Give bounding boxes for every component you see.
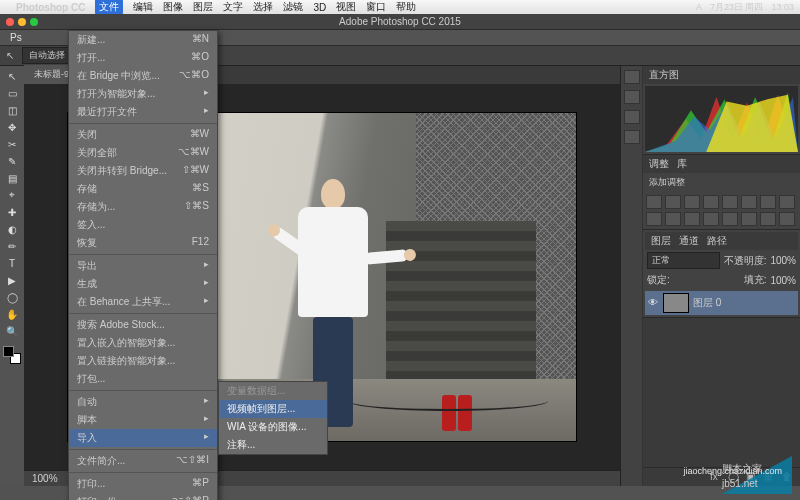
marquee-tool[interactable]: ▭ [2, 85, 22, 101]
adjustment-icon[interactable] [779, 195, 795, 209]
minimize-icon[interactable] [18, 18, 26, 26]
mac-menu-3d[interactable]: 3D [313, 2, 326, 13]
adjustment-icon[interactable] [703, 195, 719, 209]
app-name[interactable]: Photoshop CC [16, 2, 85, 13]
visibility-icon[interactable]: 👁 [647, 297, 659, 309]
pen-tool[interactable]: ✏ [2, 238, 22, 254]
menu-item[interactable]: 在 Bridge 中浏览...⌥⌘O [69, 67, 217, 85]
menu-item[interactable]: 打印...⌘P [69, 475, 217, 493]
panel-icon[interactable] [624, 90, 640, 104]
menu-item[interactable]: 打开为智能对象... [69, 85, 217, 103]
time-label: 13:03 [771, 2, 794, 12]
submenu-item: 变量数据组... [219, 382, 327, 400]
eyedropper-tool[interactable]: ✎ [2, 153, 22, 169]
menu-item[interactable]: 打印一份⌥⇧⌘P [69, 493, 217, 500]
menu-item[interactable]: 新建...⌘N [69, 31, 217, 49]
toolbox: ↖ ▭ ◫ ✥ ✂ ✎ ▤ ⌖ ✚ ◐ ✏ T ▶ ◯ ✋ 🔍 [0, 66, 24, 486]
libraries-tab[interactable]: 库 [677, 157, 687, 171]
gradient-tool[interactable]: ◐ [2, 221, 22, 237]
menu-item[interactable]: 关闭并转到 Bridge...⇧⌘W [69, 162, 217, 180]
submenu-item[interactable]: WIA 设备的图像... [219, 418, 327, 436]
menu-item[interactable]: 导入 [69, 429, 217, 447]
color-swatch[interactable] [2, 344, 22, 366]
submenu-item[interactable]: 注释... [219, 436, 327, 454]
adjustment-icon[interactable] [760, 195, 776, 209]
mac-menu-filter[interactable]: 滤镜 [283, 0, 303, 14]
menu-item[interactable]: 关闭全部⌥⌘W [69, 144, 217, 162]
mac-menu-type[interactable]: 文字 [223, 0, 243, 14]
shape-tool[interactable]: ◯ [2, 289, 22, 305]
menu-item[interactable]: 关闭⌘W [69, 126, 217, 144]
layers-tab[interactable]: 图层 [651, 234, 671, 248]
opacity-value[interactable]: 100% [770, 255, 796, 266]
adjustment-icon[interactable] [722, 195, 738, 209]
zoom-level[interactable]: 100% [32, 473, 58, 484]
zoom-icon[interactable] [30, 18, 38, 26]
adjustment-icon[interactable] [741, 212, 757, 226]
mac-menu-window[interactable]: 窗口 [366, 0, 386, 14]
menu-item[interactable]: 存储为...⇧⌘S [69, 198, 217, 216]
menu-item[interactable]: 置入嵌入的智能对象... [69, 334, 217, 352]
ps-logo-icon[interactable]: Ps [4, 30, 28, 45]
crop-tool[interactable]: ✂ [2, 136, 22, 152]
menu-item[interactable]: 生成 [69, 275, 217, 293]
menu-item[interactable]: 最近打开文件 [69, 103, 217, 121]
mac-menu-help[interactable]: 帮助 [396, 0, 416, 14]
menu-item[interactable]: 脚本 [69, 411, 217, 429]
healing-tool[interactable]: ▤ [2, 170, 22, 186]
mac-menu-image[interactable]: 图像 [163, 0, 183, 14]
layer-name[interactable]: 图层 0 [693, 296, 721, 310]
quick-select-tool[interactable]: ✥ [2, 119, 22, 135]
panel-icon[interactable] [624, 130, 640, 144]
adjustment-icon[interactable] [646, 212, 662, 226]
channels-tab[interactable]: 通道 [679, 234, 699, 248]
mac-menu-view[interactable]: 视图 [336, 0, 356, 14]
histogram-tab[interactable]: 直方图 [649, 68, 679, 82]
menu-item[interactable]: 在 Behance 上共享... [69, 293, 217, 311]
fill-value[interactable]: 100% [770, 275, 796, 286]
adjustment-icon[interactable] [722, 212, 738, 226]
submenu-item[interactable]: 视频帧到图层... [219, 400, 327, 418]
menu-item[interactable]: 存储⌘S [69, 180, 217, 198]
menu-item[interactable]: 置入链接的智能对象... [69, 352, 217, 370]
panel-icon[interactable] [624, 70, 640, 84]
adjustment-icon[interactable] [684, 195, 700, 209]
hand-tool[interactable]: ✋ [2, 306, 22, 322]
menu-item[interactable]: 搜索 Adobe Stock... [69, 316, 217, 334]
layer-row[interactable]: 👁 图层 0 [645, 291, 798, 315]
panel-icon[interactable] [624, 110, 640, 124]
adjustment-icon[interactable] [665, 212, 681, 226]
blend-mode-select[interactable]: 正常 [647, 252, 720, 269]
menu-item[interactable]: 自动 [69, 393, 217, 411]
adjustment-icon[interactable] [703, 212, 719, 226]
type-tool[interactable]: T [2, 255, 22, 271]
mac-menu-select[interactable]: 选择 [253, 0, 273, 14]
paths-tab[interactable]: 路径 [707, 234, 727, 248]
menu-item[interactable]: 文件简介...⌥⇧⌘I [69, 452, 217, 470]
menu-item[interactable]: 导出 [69, 257, 217, 275]
mac-menu-layer[interactable]: 图层 [193, 0, 213, 14]
import-submenu: 变量数据组...视频帧到图层...WIA 设备的图像...注释... [218, 381, 328, 455]
menu-item[interactable]: 打开...⌘O [69, 49, 217, 67]
ime-icon[interactable]: A [696, 2, 702, 12]
file-menu-dropdown: 变量数据组...视频帧到图层...WIA 设备的图像...注释... 新建...… [68, 30, 218, 500]
svg-marker-3 [706, 95, 798, 152]
stamp-tool[interactable]: ✚ [2, 204, 22, 220]
adjustment-icon[interactable] [665, 195, 681, 209]
adjustment-icon[interactable] [741, 195, 757, 209]
brush-tool[interactable]: ⌖ [2, 187, 22, 203]
zoom-tool[interactable]: 🔍 [2, 323, 22, 339]
adjustment-icon[interactable] [684, 212, 700, 226]
lasso-tool[interactable]: ◫ [2, 102, 22, 118]
layer-thumbnail[interactable] [663, 293, 689, 313]
mac-menu-edit[interactable]: 编辑 [133, 0, 153, 14]
move-tool[interactable]: ↖ [2, 68, 22, 84]
close-icon[interactable] [6, 18, 14, 26]
adjustment-icon[interactable] [646, 195, 662, 209]
mac-menu-file[interactable]: 文件 [95, 0, 123, 15]
adjustment-icon[interactable] [779, 212, 795, 226]
auto-select-toggle[interactable]: 自动选择 [22, 47, 72, 64]
path-tool[interactable]: ▶ [2, 272, 22, 288]
adjustments-tab[interactable]: 调整 [649, 157, 669, 171]
adjustment-icon[interactable] [760, 212, 776, 226]
